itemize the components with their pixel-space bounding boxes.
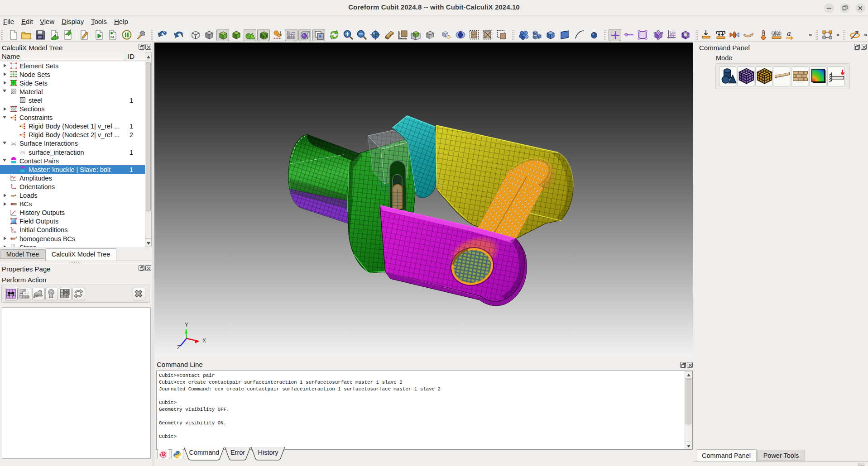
svg-text:ID: ID [110, 35, 114, 39]
svg-text:Y: Y [185, 322, 188, 328]
svg-text:Z: Z [177, 344, 180, 351]
svg-text:1: 1 [50, 291, 52, 295]
svg-text:0: 0 [14, 230, 16, 233]
svg-text:t: t [12, 228, 14, 232]
svg-text:X: X [202, 338, 206, 344]
svg-text:a: a [787, 29, 791, 38]
